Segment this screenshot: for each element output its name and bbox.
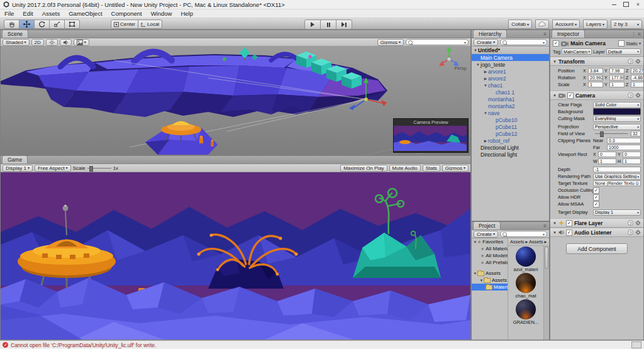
help-icon[interactable]: ? — [628, 58, 633, 64]
menu-item-gameobject[interactable]: GameObject — [64, 10, 106, 17]
folder-row-assets-root[interactable]: ▼ Assets — [472, 270, 508, 277]
menu-item-window[interactable]: Window — [147, 10, 177, 17]
game-gizmos-dropdown[interactable]: Gizmos ▾ — [442, 165, 469, 172]
tab-game[interactable]: Game — [2, 155, 28, 163]
help-icon[interactable]: ? — [628, 230, 633, 235]
tab-inspector[interactable]: Inspector — [552, 30, 585, 38]
layers-dropdown[interactable]: Layers ▾ — [583, 19, 608, 29]
static-dropdown-arrow-icon[interactable]: ▾ — [639, 42, 641, 45]
menu-item-file[interactable]: File — [0, 10, 18, 17]
pause-button[interactable] — [320, 19, 336, 30]
culling-mask-dropdown[interactable]: Everything▾ — [593, 116, 641, 122]
hierarchy-item[interactable]: chao1 1 — [472, 89, 549, 96]
inspector-lock-icon[interactable]: ⋮ — [631, 31, 636, 37]
hierarchy-item[interactable]: ▼chao1 — [472, 82, 549, 89]
hierarchy-item[interactable]: Directional light — [472, 151, 549, 158]
foldout-icon[interactable]: ▼ — [553, 60, 557, 64]
project-scrollbar[interactable] — [543, 245, 549, 340]
fov-field[interactable]: 32 — [631, 131, 641, 136]
gameobject-name[interactable]: Main Camera — [570, 40, 616, 47]
occlusion-culling-checkbox[interactable]: ✓ — [593, 187, 599, 194]
foldout-icon[interactable]: ▼ — [479, 279, 484, 282]
target-display-dropdown[interactable]: Display 1▾ — [593, 209, 641, 216]
favorite-item[interactable]: ★All Models — [472, 252, 508, 259]
pivot-center-button[interactable]: Center — [111, 19, 138, 29]
hierarchy-create-button[interactable]: Create ▾ — [474, 39, 498, 46]
position-y-field[interactable]: 7.96 — [609, 68, 625, 74]
foldout-icon[interactable]: ▶ — [483, 69, 488, 74]
audio-listener-header[interactable]: ▼ ✓ Audio Listener ? — [550, 228, 643, 237]
viewport-y-field[interactable]: 0 — [623, 152, 641, 157]
hierarchy-item[interactable]: ▼nave — [472, 109, 549, 116]
tag-dropdown[interactable]: MainCamera▾ — [562, 48, 592, 55]
tool-rect-button[interactable] — [64, 19, 80, 29]
asset-item[interactable]: chao_mat — [512, 273, 540, 299]
menu-item-edit[interactable]: Edit — [18, 10, 37, 17]
scale-z-field[interactable]: 1 — [631, 82, 644, 87]
tool-scale-button[interactable] — [49, 19, 65, 29]
scene-audio-button[interactable] — [60, 39, 72, 46]
far-clip-field[interactable]: 1000 — [607, 145, 641, 150]
collab-dropdown[interactable]: Collab ▾ — [508, 19, 532, 29]
folder-row-assets-child[interactable]: ▼ Assets — [472, 277, 508, 284]
tab-hierarchy[interactable]: Hierarchy — [473, 30, 507, 38]
step-button[interactable] — [336, 19, 352, 30]
tool-hand-button[interactable] — [4, 19, 19, 29]
hierarchy-item[interactable]: pCube11 — [472, 123, 549, 130]
scene-lighting-button[interactable] — [46, 39, 58, 46]
foldout-icon[interactable]: ▼ — [475, 63, 480, 67]
hierarchy-item[interactable]: pCube12 — [472, 130, 549, 137]
hierarchy-item[interactable]: ▶arvore2 — [472, 75, 549, 82]
hierarchy-scene-row[interactable]: ▼ Untitled* — [472, 47, 549, 54]
window-close-button[interactable]: × — [632, 0, 644, 9]
panel-menu-icon[interactable]: ≡ — [543, 223, 547, 229]
asset-item[interactable]: azul_materi — [512, 247, 540, 272]
transform-header[interactable]: ▼ Transform ? — [550, 57, 643, 66]
scene-viewport[interactable]: Persp Camera Preview — [1, 47, 470, 155]
scene-search-input[interactable]: ▾ — [406, 39, 469, 45]
cloud-services-button[interactable] — [535, 19, 549, 29]
maximize-on-play-button[interactable]: Maximize On Play — [340, 165, 387, 172]
active-checkbox[interactable]: ✓ — [553, 40, 559, 47]
shaded-dropdown[interactable]: Shaded ▾ — [3, 39, 30, 46]
panel-menu-icon[interactable]: ≡ — [543, 31, 547, 37]
pivot-local-button[interactable]: Local — [138, 19, 162, 29]
scale-y-field[interactable]: 1 — [609, 82, 625, 87]
allow-hdr-checkbox[interactable]: ✓ — [593, 194, 599, 201]
menu-item-component[interactable]: Component — [107, 10, 147, 17]
hierarchy-item[interactable]: ▼jogo_teste — [472, 61, 549, 68]
project-create-button[interactable]: Create ▾ — [474, 231, 498, 238]
viewport-x-field[interactable]: 0 — [598, 152, 616, 157]
gear-icon[interactable] — [635, 58, 641, 64]
fov-slider[interactable] — [595, 133, 628, 134]
layout-dropdown[interactable]: 2 by 3 ▾ — [611, 19, 642, 29]
scale-x-field[interactable]: 1 — [588, 82, 603, 87]
gear-icon[interactable] — [635, 92, 641, 98]
projection-dropdown[interactable]: Perspective▾ — [593, 124, 641, 130]
hierarchy-item[interactable]: ▶arvore1 — [472, 68, 549, 75]
hierarchy-item[interactable]: montanha2 — [472, 102, 549, 109]
panel-menu-icon[interactable]: ≡ — [638, 31, 641, 37]
scene-effects-dropdown[interactable]: ▾ — [74, 39, 89, 46]
menu-item-assets[interactable]: Assets — [38, 10, 65, 17]
hierarchy-item[interactable]: montanha1 — [472, 96, 549, 102]
foldout-icon[interactable]: ▶ — [483, 138, 488, 143]
layer-dropdown[interactable]: Default▾ — [606, 48, 641, 55]
allow-msaa-checkbox[interactable]: ✓ — [593, 201, 599, 208]
target-texture-field[interactable]: None (Render Textu⊙ — [593, 180, 641, 186]
foldout-icon[interactable]: ▼ — [553, 231, 557, 235]
rotation-x-field[interactable]: 20.992 — [588, 75, 603, 80]
favorites-root[interactable]: ▼ ★ Favorites — [472, 238, 508, 245]
foldout-icon[interactable]: ▶ — [483, 76, 488, 80]
favorite-item[interactable]: ★All Prefabs — [472, 259, 508, 266]
static-checkbox[interactable] — [618, 40, 625, 47]
foldout-icon[interactable]: ▼ — [553, 94, 557, 97]
object-picker-icon[interactable]: ⊙ — [635, 181, 639, 186]
stats-button[interactable]: Stats — [423, 165, 440, 172]
viewport-w-field[interactable]: 1 — [598, 158, 616, 164]
help-icon[interactable]: ? — [628, 220, 633, 226]
foldout-icon[interactable]: ▼ — [473, 272, 477, 275]
persp-label[interactable]: Persp — [454, 65, 467, 71]
component-enabled-checkbox[interactable]: ✓ — [567, 92, 574, 99]
foldout-icon[interactable]: ▼ — [473, 240, 477, 244]
